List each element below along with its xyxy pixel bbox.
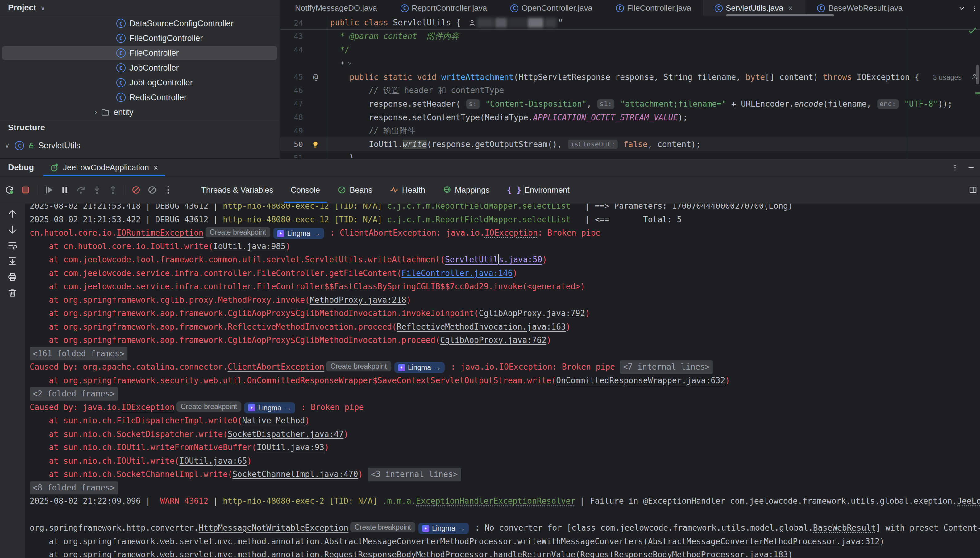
- print-button[interactable]: [7, 272, 18, 282]
- editor-tab-basewebresult-java[interactable]: CBaseWebResult.java: [805, 0, 914, 16]
- fold-chevron[interactable]: ›: [25, 481, 25, 495]
- code-text[interactable]: // 输出附件: [328, 125, 415, 136]
- stop-button[interactable]: [20, 185, 31, 195]
- tree-item-filecontroller[interactable]: CFileController: [0, 46, 280, 61]
- gutter[interactable]: 50: [280, 138, 328, 151]
- more-icon[interactable]: [971, 5, 978, 12]
- stack-trace-link[interactable]: Native Method: [242, 416, 305, 425]
- editor-tab-reportcontroller-java[interactable]: CReportController.java: [389, 0, 499, 16]
- gutter[interactable]: 48: [280, 111, 328, 124]
- debug-tab-threads-variables[interactable]: Threads & Variables: [193, 177, 282, 203]
- close-icon[interactable]: [153, 165, 159, 171]
- editor-tab-opencontroller-java[interactable]: COpenController.java: [499, 0, 604, 16]
- gutter[interactable]: 44: [280, 43, 328, 57]
- rerun-button[interactable]: [4, 185, 15, 195]
- tree-item-fileconfigcontroller[interactable]: CFileConfigController: [0, 31, 280, 46]
- structure-expand-chevron[interactable]: ∨: [2, 141, 12, 149]
- clear-button[interactable]: [7, 287, 18, 298]
- lingma-chip[interactable]: ✦Lingma→: [394, 362, 445, 373]
- gutter[interactable]: 45@: [280, 70, 328, 84]
- folded-frames-toggle[interactable]: <7 internal lines>: [620, 360, 713, 374]
- pause-button[interactable]: [59, 185, 70, 195]
- editor-tab-notifymessagedo-java[interactable]: NotifyMessageDO.java: [283, 0, 389, 16]
- editor-tab-filecontroller-java[interactable]: CFileController.java: [604, 0, 703, 16]
- chevron-down-icon[interactable]: ˅: [348, 59, 351, 67]
- stack-trace-link[interactable]: s.java:50: [499, 255, 542, 264]
- stack-trace-link[interactable]: SocketChannelImpl.java:470: [232, 469, 358, 479]
- debug-tab-beans[interactable]: Beans: [329, 177, 381, 203]
- tree-item-jobcontroller[interactable]: CJobController: [0, 61, 280, 75]
- debug-tab-console[interactable]: Console: [282, 177, 329, 203]
- create-breakpoint-button[interactable]: Create breakpoint: [326, 361, 391, 371]
- tree-item-joblogcontroller[interactable]: CJobLogController: [0, 75, 280, 90]
- stack-trace-link[interactable]: IOUtil.java:65: [179, 456, 247, 466]
- usages-inlay[interactable]: 3 usages: [933, 73, 962, 81]
- view-breakpoints-button[interactable]: [131, 185, 141, 195]
- stack-trace-link[interactable]: SocketDispatcher.java:47: [228, 430, 344, 439]
- check-icon[interactable]: [967, 25, 978, 36]
- create-breakpoint-button[interactable]: Create breakpoint: [350, 522, 415, 532]
- code-text[interactable]: IoUtil.write(response.getOutputStream(),…: [328, 140, 701, 149]
- more-button[interactable]: [163, 185, 173, 195]
- lingma-chip[interactable]: ✦Lingma→: [273, 228, 324, 239]
- stack-trace-link[interactable]: ServletUtil: [445, 255, 498, 264]
- console-output[interactable]: 2025-08-02 21:21:53.418 | DEBUG 43612 | …: [25, 204, 980, 558]
- gutter[interactable]: 49: [280, 124, 328, 138]
- fold-chevron[interactable]: ›: [25, 387, 25, 401]
- create-breakpoint-button[interactable]: Create breakpoint: [206, 227, 271, 237]
- stack-trace-link[interactable]: IoUtil.java:985: [213, 242, 286, 251]
- code-text[interactable]: // 设置 header 和 contentType: [328, 85, 504, 96]
- gutter[interactable]: 47: [280, 97, 328, 111]
- stack-trace-link[interactable]: MethodProxy.java:218: [310, 295, 406, 305]
- bulb-icon[interactable]: [311, 140, 320, 149]
- chevron-down-icon[interactable]: [958, 4, 966, 12]
- editor-tab-servletutils-java[interactable]: CServletUtils.java: [703, 0, 805, 16]
- up-button[interactable]: [7, 209, 18, 219]
- lingma-chip[interactable]: ✦Lingma→: [244, 402, 295, 414]
- step-out-button[interactable]: [108, 185, 118, 195]
- folded-frames-toggle[interactable]: <3 internal lines>: [368, 468, 461, 481]
- debug-tab-environment[interactable]: { }Environment: [498, 177, 578, 203]
- mute-breakpoints-button[interactable]: [147, 185, 157, 195]
- step-into-button[interactable]: [92, 185, 102, 195]
- gutter[interactable]: 51: [280, 151, 328, 158]
- layout-icon[interactable]: [968, 185, 978, 195]
- close-icon[interactable]: [787, 5, 794, 11]
- resume-button[interactable]: [43, 185, 54, 195]
- stack-trace-link[interactable]: IOUtil.java:93: [257, 443, 324, 452]
- stack-trace-link[interactable]: FileController.java:146: [402, 269, 512, 278]
- debug-tab-health[interactable]: Health: [381, 177, 434, 203]
- structure-item-servletutils[interactable]: ∨CServletUtils: [0, 138, 280, 153]
- down-button[interactable]: [7, 225, 18, 235]
- gutter[interactable]: [280, 57, 328, 70]
- scroll-end-button[interactable]: [7, 256, 18, 266]
- folded-frames-toggle[interactable]: <8 folded frames>: [30, 481, 118, 495]
- stack-trace-link[interactable]: ReflectiveMethodInvocation.java:163: [397, 322, 566, 332]
- gutter[interactable]: 46: [280, 84, 328, 97]
- code-area[interactable]: 43 * @param content 附件内容44 */˅45@ public…: [280, 30, 980, 158]
- tree-item-rediscontroller[interactable]: CRedisController: [0, 90, 280, 105]
- create-breakpoint-button[interactable]: Create breakpoint: [176, 401, 242, 412]
- tree-item-entity[interactable]: ›entity: [0, 105, 280, 120]
- stack-trace-link[interactable]: AbstractMessageConverterMethodProcessor.…: [648, 537, 880, 546]
- soft-wrap-button[interactable]: [7, 240, 18, 251]
- code-text[interactable]: */: [328, 45, 349, 54]
- step-over-button[interactable]: [76, 185, 86, 195]
- project-panel-header[interactable]: Project ∨: [0, 0, 280, 16]
- fold-chevron[interactable]: ›: [25, 347, 25, 361]
- minimize-icon[interactable]: [967, 164, 975, 172]
- stack-trace-link[interactable]: OnCommittedResponseWrapper.java:632: [556, 376, 725, 385]
- gutter[interactable]: 24: [280, 16, 328, 29]
- stack-trace-link[interactable]: CglibAopProxy.java:792: [479, 309, 585, 318]
- folded-frames-toggle[interactable]: <2 folded frames>: [30, 387, 118, 401]
- debug-tab-mappings[interactable]: Mappings: [434, 177, 498, 203]
- sparkle-icon[interactable]: [339, 60, 346, 67]
- fold-chevron[interactable]: ›: [25, 360, 25, 374]
- code-text[interactable]: response.setContentType(MediaType.APPLIC…: [328, 113, 687, 122]
- structure-panel-header[interactable]: Structure: [0, 120, 280, 136]
- ai-actions-inlay[interactable]: ˅: [328, 59, 351, 67]
- inspections-ok-icon[interactable]: [967, 25, 978, 37]
- gutter[interactable]: 43: [280, 30, 328, 43]
- debug-session-tab[interactable]: JeeLowCodeApplication: [43, 159, 165, 176]
- code-text[interactable]: * @param content 附件内容: [328, 31, 459, 42]
